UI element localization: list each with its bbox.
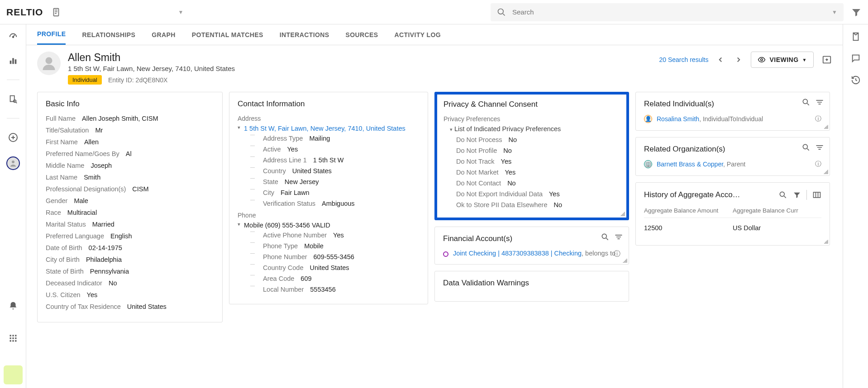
filter-icon[interactable] bbox=[851, 7, 862, 18]
field-row: Verification StatusAmbiguous bbox=[250, 200, 420, 207]
field-label: Race bbox=[46, 209, 61, 216]
tab-interactions[interactable]: INTERACTIONS bbox=[280, 24, 329, 45]
field-row: StateNew Jersey bbox=[250, 178, 420, 185]
apps-grid-icon[interactable] bbox=[8, 333, 19, 344]
field-label: Do Not Market bbox=[456, 169, 498, 176]
svg-rect-14 bbox=[15, 337, 16, 339]
field-label: Last Name bbox=[46, 174, 77, 181]
card-title: Data Validation Warnings bbox=[443, 279, 620, 288]
add-panel-icon[interactable] bbox=[822, 55, 832, 65]
context-dropdown-icon[interactable]: ▼ bbox=[178, 9, 183, 15]
field-row: CountryUnited States bbox=[250, 167, 420, 175]
history-icon[interactable] bbox=[851, 75, 861, 85]
field-row: Phone TypeMobile bbox=[250, 242, 420, 250]
address-section-label: Address bbox=[238, 115, 420, 122]
search-icon[interactable] bbox=[778, 190, 787, 199]
data-validation-card: Data Validation Warnings bbox=[434, 271, 629, 302]
cell-amount: 12500 bbox=[644, 224, 733, 232]
phone-section-label: Phone bbox=[238, 212, 420, 219]
tab-relationships[interactable]: RELATIONSHIPS bbox=[82, 24, 135, 45]
tab-graph[interactable]: GRAPH bbox=[152, 24, 176, 45]
field-row: Local Number5553456 bbox=[250, 286, 420, 293]
organization-icon: 🏢 bbox=[644, 160, 652, 168]
field-label: Date of Birth bbox=[46, 244, 82, 251]
card-title: History of Aggregate Acco… bbox=[644, 190, 774, 199]
field-row: Country of Tax ResidenceUnited States bbox=[46, 303, 214, 310]
field-row: Ok to Store PII Data ElsewhereNo bbox=[456, 201, 620, 208]
bar-chart-icon[interactable] bbox=[8, 55, 19, 66]
columns-icon[interactable] bbox=[812, 190, 821, 199]
person-icon: 👤 bbox=[644, 115, 652, 123]
related-individual-link[interactable]: Rosalina Smith bbox=[657, 115, 699, 123]
tab-sources[interactable]: SOURCES bbox=[346, 24, 378, 45]
field-value: Fair Lawn bbox=[281, 189, 310, 196]
field-value: Multiracial bbox=[67, 209, 97, 216]
viewing-mode-button[interactable]: VIEWING ▼ bbox=[751, 52, 814, 68]
field-label: Verification Status bbox=[263, 200, 315, 207]
prev-result-icon[interactable] bbox=[715, 54, 726, 66]
field-value: 02-14-1975 bbox=[89, 244, 122, 251]
gauge-icon[interactable] bbox=[8, 31, 19, 42]
next-result-icon[interactable] bbox=[733, 54, 744, 66]
info-icon[interactable]: ⓘ bbox=[614, 250, 620, 258]
field-row: Area Code609 bbox=[250, 275, 420, 282]
tab-activity-log[interactable]: ACTIVITY LOG bbox=[395, 24, 441, 45]
search-results-link[interactable]: 20 Search results bbox=[659, 56, 708, 63]
field-value: Mobile bbox=[304, 242, 324, 250]
filter-list-icon[interactable] bbox=[614, 232, 623, 241]
column-header: Aggregate Balance Amount bbox=[644, 207, 733, 214]
field-label: Area Code bbox=[263, 275, 294, 282]
card-title: Related Organization(s) bbox=[644, 145, 821, 154]
field-value: United States bbox=[292, 167, 332, 175]
field-row: Title/SalutationMr bbox=[46, 127, 214, 134]
info-icon[interactable]: ⓘ bbox=[815, 160, 821, 168]
funnel-icon[interactable] bbox=[793, 191, 801, 199]
plus-circle-icon[interactable] bbox=[8, 132, 19, 143]
field-label: Active Phone Number bbox=[263, 232, 327, 239]
field-row: Do Not Export Individual DataYes bbox=[456, 190, 620, 198]
field-value: 609-555-3456 bbox=[314, 253, 354, 260]
search-dropdown-icon[interactable]: ▼ bbox=[832, 9, 837, 15]
cell-currency: US Dollar bbox=[733, 224, 821, 232]
current-user-avatar[interactable] bbox=[6, 156, 20, 170]
bell-icon[interactable] bbox=[8, 300, 19, 311]
info-icon[interactable]: ⓘ bbox=[815, 115, 821, 123]
search-icon[interactable] bbox=[601, 232, 610, 241]
filter-list-icon[interactable] bbox=[815, 143, 824, 152]
card-title: Financial Account(s) bbox=[443, 234, 620, 243]
field-label: Marital Status bbox=[46, 221, 86, 228]
privacy-consent-card: Privacy & Channel Consent Privacy Prefer… bbox=[434, 92, 629, 220]
filter-list-icon[interactable] bbox=[815, 98, 824, 107]
search-icon[interactable] bbox=[801, 98, 811, 107]
field-label: City of Birth bbox=[46, 256, 80, 263]
privacy-list-header[interactable]: ▾List of Indicated Privacy Preferences bbox=[450, 125, 620, 132]
top-bar: RELTIO ▼ ▼ bbox=[0, 0, 868, 24]
card-title: Related Individual(s) bbox=[644, 99, 821, 109]
table-row[interactable]: 12500 US Dollar bbox=[644, 218, 821, 238]
field-label: Preferred Name/Goes By bbox=[46, 150, 119, 157]
field-value: Smith bbox=[84, 174, 100, 181]
field-row: City of BirthPhiladelphia bbox=[46, 256, 214, 263]
search-icon[interactable] bbox=[801, 143, 811, 152]
book-search-icon[interactable] bbox=[8, 94, 19, 104]
field-value: Al bbox=[126, 150, 132, 157]
field-label: Full Name bbox=[46, 115, 76, 122]
field-row: Deceased IndicatorNo bbox=[46, 279, 214, 287]
clipboard-icon[interactable] bbox=[51, 7, 61, 17]
chat-icon[interactable] bbox=[851, 53, 861, 63]
phone-link[interactable]: Mobile (609) 555-3456 VALID bbox=[244, 222, 420, 229]
tab-potential-matches[interactable]: POTENTIAL MATCHES bbox=[192, 24, 263, 45]
address-link[interactable]: 1 5th St W, Fair Lawn, New Jersey, 7410,… bbox=[244, 125, 420, 132]
field-row: State of BirthPennsylvania bbox=[46, 268, 214, 275]
financial-account-link[interactable]: Joint Checking | 4837309383838 | Checkin… bbox=[453, 250, 582, 257]
field-value: Yes bbox=[505, 169, 515, 176]
bookmark-icon[interactable] bbox=[851, 32, 861, 42]
field-row: RaceMultiracial bbox=[46, 209, 214, 216]
tab-profile[interactable]: PROFILE bbox=[37, 24, 66, 45]
help-widget[interactable] bbox=[4, 365, 23, 384]
related-organization-link[interactable]: Barnett Brass & Copper bbox=[657, 161, 723, 168]
field-label: Country bbox=[263, 167, 286, 175]
search-input[interactable] bbox=[512, 8, 825, 16]
search-box[interactable]: ▼ bbox=[491, 3, 844, 21]
field-value: No bbox=[109, 279, 117, 287]
